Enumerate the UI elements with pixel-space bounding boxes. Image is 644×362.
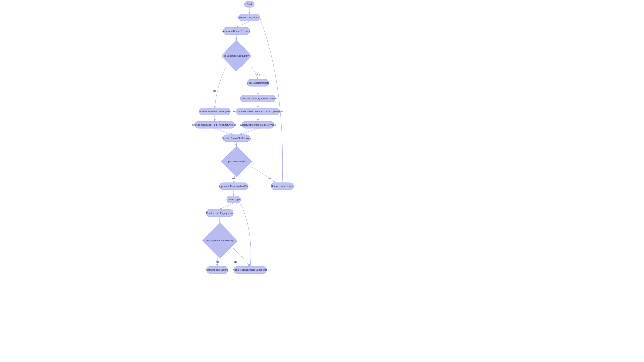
node-ensure-realtime-label: Ensure Real-Time Control for Critical Op… (233, 110, 283, 113)
node-seek-partners-label: Seek Expert Partners (247, 82, 269, 84)
node-start: Start (244, 1, 254, 7)
node-app-meets-goals-label: App Meets Goals? (227, 160, 246, 163)
edge-label-exp-yes: Yes (213, 89, 217, 92)
node-develop-app-label: Develop Cross-Platform App (222, 137, 251, 140)
edge-cloud-develop (240, 128, 258, 135)
node-monitor-label: Monitor User Engagement (206, 212, 233, 215)
node-assess-expertise-label: Assess In-House Expertise (222, 30, 251, 33)
node-understand-trends-label: Understand Industry-Specific Trends (239, 97, 277, 100)
edge-adjust-launch (239, 200, 251, 266)
node-define-goals-label: Define Clear Goals (239, 16, 259, 19)
node-monetization-label: Implement Monetization Plan (219, 185, 249, 188)
node-select-cloud: Select Appropriate Cloud Services (240, 121, 276, 128)
node-start-label: Start (247, 3, 252, 5)
edge-define-assess (236, 21, 249, 27)
edge-launch-monitor (220, 203, 234, 209)
node-assess-expertise: Assess In-House Expertise (222, 27, 251, 35)
node-engagement-ok: Is Engagement Satisfactory? (202, 223, 237, 258)
node-define-goals: Define Clear Goals (238, 14, 260, 21)
node-consider-inhouse-label: Consider In-House Development (198, 110, 232, 113)
node-optimize-label: Optimize and Expand (206, 269, 229, 272)
node-reassess: Reassess and Iterate (271, 183, 294, 190)
node-select-cloud-label: Select Appropriate Cloud Services (240, 124, 276, 126)
node-choose-tech-label: Choose Tech Stack (e.g., Kotlin for Andr… (192, 124, 237, 126)
node-seek-partners: Seek Expert Partners (247, 79, 269, 86)
node-monitor: Monitor User Engagement (206, 209, 233, 217)
node-launch-label: Launch App (228, 198, 240, 201)
node-app-meets-goals: App Meets Goals? (221, 146, 252, 177)
edge-engagement-no (233, 248, 250, 266)
node-engagement-ok-label: Is Engagement Satisfactory? (205, 239, 235, 242)
node-consider-inhouse: Consider In-House Development (198, 108, 232, 115)
node-expertise-adequate-label: Is Expertise Adequate? (224, 55, 249, 57)
edge-expertise-no (248, 64, 258, 79)
node-adjust-features-label: Adjust Features/User Experience (233, 269, 268, 272)
edge-label-goals-no: No (268, 177, 271, 180)
node-reassess-label: Reassess and Iterate (271, 185, 293, 187)
edge-goals-no (250, 166, 275, 183)
edge-label-eng-yes: Yes (216, 261, 219, 263)
edge-label-exp-no: No (257, 74, 260, 76)
edge-label-goals-yes: Yes (232, 177, 236, 180)
node-launch: Launch App (227, 196, 241, 203)
node-monetization: Implement Monetization Plan (219, 183, 249, 190)
edge-label-eng-no: No (234, 261, 237, 263)
node-adjust-features: Adjust Features/User Experience (233, 266, 268, 274)
node-ensure-realtime: Ensure Real-Time Control for Critical Op… (233, 108, 283, 115)
node-choose-tech: Choose Tech Stack (e.g., Kotlin for Andr… (192, 121, 237, 128)
edge-tech-develop (215, 128, 233, 135)
edge-expertise-yes (215, 65, 226, 108)
node-develop-app: Develop Cross-Platform App (222, 135, 251, 142)
node-optimize: Optimize and Expand (206, 266, 229, 274)
node-understand-trends: Understand Industry-Specific Trends (239, 95, 277, 102)
flowchart-diagram: No Yes Yes No Yes No Start Define Clear … (0, 0, 644, 362)
